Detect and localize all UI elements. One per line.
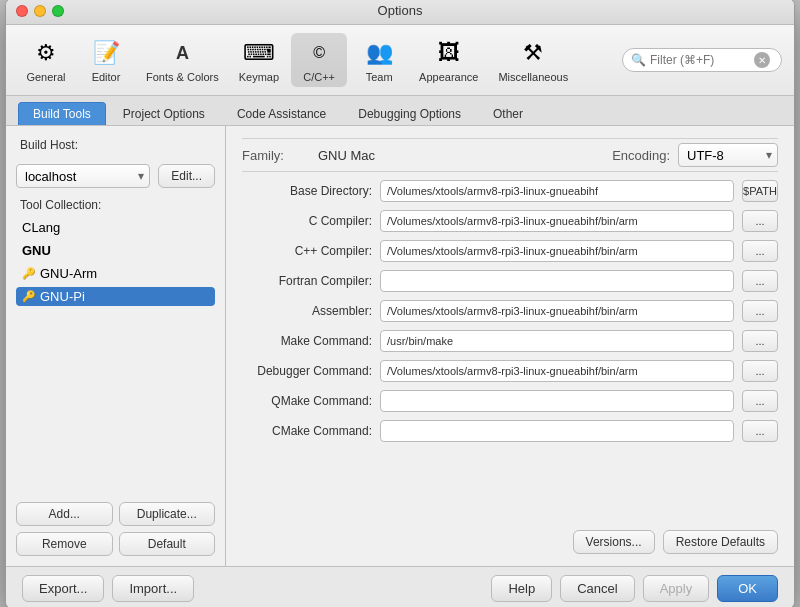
import-button[interactable]: Import...: [112, 575, 194, 602]
tab-project-options[interactable]: Project Options: [108, 102, 220, 125]
toolbar-fonts[interactable]: A Fonts & Colors: [138, 33, 227, 87]
versions-button[interactable]: Versions...: [573, 530, 655, 554]
toolbar-misc[interactable]: ⚒ Miscellaneous: [490, 33, 576, 87]
make-button[interactable]: ...: [742, 330, 778, 352]
tab-code-assistance[interactable]: Code Assistance: [222, 102, 341, 125]
encoding-select[interactable]: UTF-8: [678, 143, 778, 167]
c-compiler-button[interactable]: ...: [742, 210, 778, 232]
footer-left: Export... Import...: [22, 575, 194, 602]
build-host-row: Build Host:: [16, 136, 215, 154]
search-box[interactable]: 🔍 ✕: [622, 48, 782, 72]
assembler-button[interactable]: ...: [742, 300, 778, 322]
family-label: Family:: [242, 148, 302, 163]
qmake-button[interactable]: ...: [742, 390, 778, 412]
cmake-button[interactable]: ...: [742, 420, 778, 442]
maximize-button[interactable]: [52, 5, 64, 17]
toolbar: ⚙ General 📝 Editor A Fonts & Colors ⌨ Ke…: [6, 25, 794, 96]
tab-build-tools[interactable]: Build Tools: [18, 102, 106, 125]
tool-collection-label: Tool Collection:: [16, 196, 215, 214]
sidebar-item-gnu[interactable]: GNU: [16, 241, 215, 260]
toolbar-general[interactable]: ⚙ General: [18, 33, 74, 87]
general-icon: ⚙: [30, 37, 62, 69]
cpp-compiler-input[interactable]: [380, 240, 734, 262]
toolbar-appearance[interactable]: 🖼 Appearance: [411, 33, 486, 87]
cpp-compiler-button[interactable]: ...: [742, 240, 778, 262]
gnu-arm-key-icon: 🔑: [22, 267, 36, 280]
bottom-right-buttons: Versions... Restore Defaults: [573, 530, 778, 554]
duplicate-button[interactable]: Duplicate...: [119, 502, 216, 526]
main-window: Options ⚙ General 📝 Editor A Fonts & Col…: [5, 0, 795, 607]
encoding-label: Encoding:: [612, 148, 670, 163]
export-button[interactable]: Export...: [22, 575, 104, 602]
fortran-input[interactable]: [380, 270, 734, 292]
toolbar-cpp[interactable]: © C/C++: [291, 33, 347, 87]
base-dir-input[interactable]: [380, 180, 734, 202]
fonts-label: Fonts & Colors: [146, 71, 219, 83]
make-input[interactable]: [380, 330, 734, 352]
encoding-select-wrapper[interactable]: UTF-8: [678, 143, 778, 167]
minimize-button[interactable]: [34, 5, 46, 17]
toolbar-icons: ⚙ General 📝 Editor A Fonts & Colors ⌨ Ke…: [18, 33, 576, 87]
toolbar-keymap[interactable]: ⌨ Keymap: [231, 33, 287, 87]
fortran-row: Fortran Compiler: ...: [242, 270, 778, 292]
close-button[interactable]: [16, 5, 28, 17]
sidebar-item-clang[interactable]: CLang: [16, 218, 215, 237]
base-dir-button[interactable]: $PATH: [742, 180, 778, 202]
fortran-button[interactable]: ...: [742, 270, 778, 292]
search-icon: 🔍: [631, 53, 646, 67]
toolbar-editor[interactable]: 📝 Editor: [78, 33, 134, 87]
sidebar-item-gnu-arm[interactable]: 🔑 GNU-Arm: [16, 264, 215, 283]
apply-button[interactable]: Apply: [643, 575, 710, 602]
make-label: Make Command:: [242, 334, 372, 348]
cancel-button[interactable]: Cancel: [560, 575, 634, 602]
title-bar: Options: [6, 0, 794, 25]
remove-button[interactable]: Remove: [16, 532, 113, 556]
qmake-label: QMake Command:: [242, 394, 372, 408]
fortran-label: Fortran Compiler:: [242, 274, 372, 288]
ok-button[interactable]: OK: [717, 575, 778, 602]
appearance-label: Appearance: [419, 71, 478, 83]
help-button[interactable]: Help: [491, 575, 552, 602]
toolbar-team[interactable]: 👥 Team: [351, 33, 407, 87]
cpp-icon: ©: [303, 37, 335, 69]
cpp-label: C/C++: [303, 71, 335, 83]
cpp-compiler-label: C++ Compiler:: [242, 244, 372, 258]
qmake-input[interactable]: [380, 390, 734, 412]
cmake-input[interactable]: [380, 420, 734, 442]
gnu-pi-key-icon: 🔑: [22, 290, 36, 303]
c-compiler-input[interactable]: [380, 210, 734, 232]
gnu-label: GNU: [22, 243, 51, 258]
team-label: Team: [366, 71, 393, 83]
base-dir-label: Base Directory:: [242, 184, 372, 198]
cmake-label: CMake Command:: [242, 424, 372, 438]
main-panel: Family: GNU Mac Encoding: UTF-8 Base Dir…: [226, 126, 794, 566]
footer-right: Help Cancel Apply OK: [491, 575, 778, 602]
search-clear-icon[interactable]: ✕: [754, 52, 770, 68]
tab-other[interactable]: Other: [478, 102, 538, 125]
family-value: GNU Mac: [318, 148, 375, 163]
team-icon: 👥: [363, 37, 395, 69]
editor-label: Editor: [92, 71, 121, 83]
cpp-compiler-row: C++ Compiler: ...: [242, 240, 778, 262]
tab-debugging-options[interactable]: Debugging Options: [343, 102, 476, 125]
general-label: General: [26, 71, 65, 83]
content-area: Build Host: localhostEdit... Tool Collec…: [6, 126, 794, 566]
assembler-input[interactable]: [380, 300, 734, 322]
search-input[interactable]: [650, 53, 750, 67]
gnu-pi-label: GNU-Pi: [40, 289, 85, 304]
debugger-input[interactable]: [380, 360, 734, 382]
edit-button[interactable]: Edit...: [158, 164, 215, 188]
fonts-icon: A: [166, 37, 198, 69]
base-dir-row: Base Directory: $PATH: [242, 180, 778, 202]
traffic-lights: [16, 5, 64, 17]
sidebar: Build Host: localhostEdit... Tool Collec…: [6, 126, 226, 566]
misc-label: Miscellaneous: [498, 71, 568, 83]
keymap-icon: ⌨: [243, 37, 275, 69]
add-button[interactable]: Add...: [16, 502, 113, 526]
sidebar-item-gnu-pi[interactable]: 🔑 GNU-Pi: [16, 287, 215, 306]
debugger-button[interactable]: ...: [742, 360, 778, 382]
editor-icon: 📝: [90, 37, 122, 69]
default-button[interactable]: Default: [119, 532, 216, 556]
restore-defaults-button[interactable]: Restore Defaults: [663, 530, 778, 554]
make-row: Make Command: ...: [242, 330, 778, 352]
